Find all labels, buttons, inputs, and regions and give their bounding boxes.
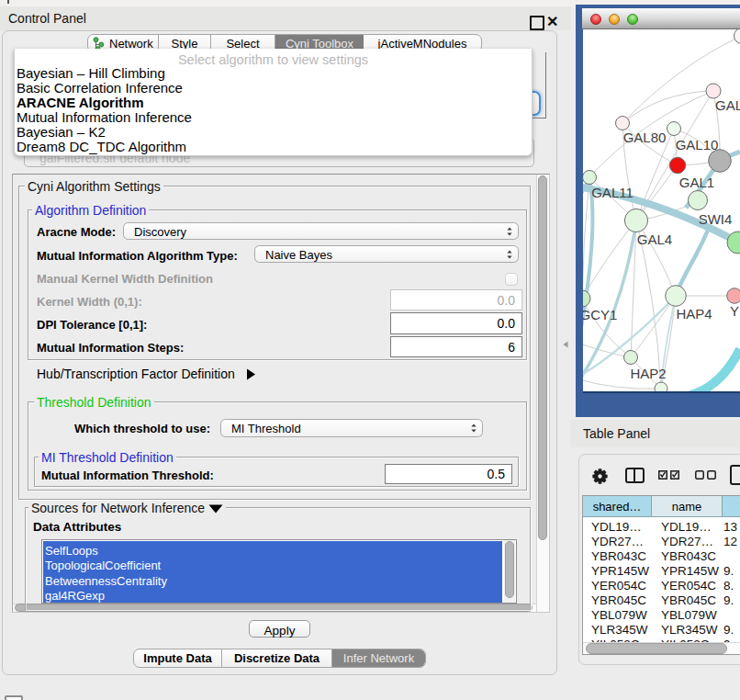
svg-text:GAL10: GAL10 [676,137,719,152]
svg-text:HAP2: HAP2 [630,366,666,381]
svg-text:GAL4: GAL4 [637,231,672,247]
svg-text:GAL80: GAL80 [623,130,667,145]
svg-text:GAL7: GAL7 [715,97,740,113]
svg-text:GCY1: GCY1 [583,307,617,322]
svg-text:Y: Y [730,303,739,319]
svg-text:GAL11: GAL11 [591,185,633,200]
svg-text:SWI4: SWI4 [699,211,733,227]
svg-text:GAL1: GAL1 [679,175,714,190]
svg-text:HAP4: HAP4 [676,306,712,322]
